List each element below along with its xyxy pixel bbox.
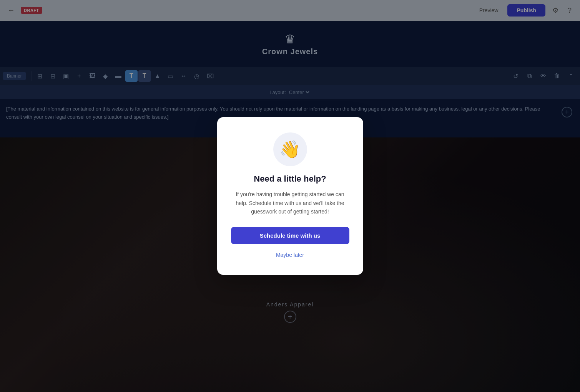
maybe-later-button[interactable]: Maybe later	[273, 249, 307, 261]
modal-description: If you're having trouble getting started…	[231, 190, 349, 216]
modal-title: Need a little help?	[254, 174, 326, 184]
modal-overlay: 👋 Need a little help? If you're having t…	[0, 0, 580, 392]
schedule-button[interactable]: Schedule time with us	[231, 227, 349, 244]
wave-icon: 👋	[279, 139, 301, 159]
help-modal: 👋 Need a little help? If you're having t…	[217, 117, 363, 275]
modal-icon-circle: 👋	[273, 132, 307, 166]
